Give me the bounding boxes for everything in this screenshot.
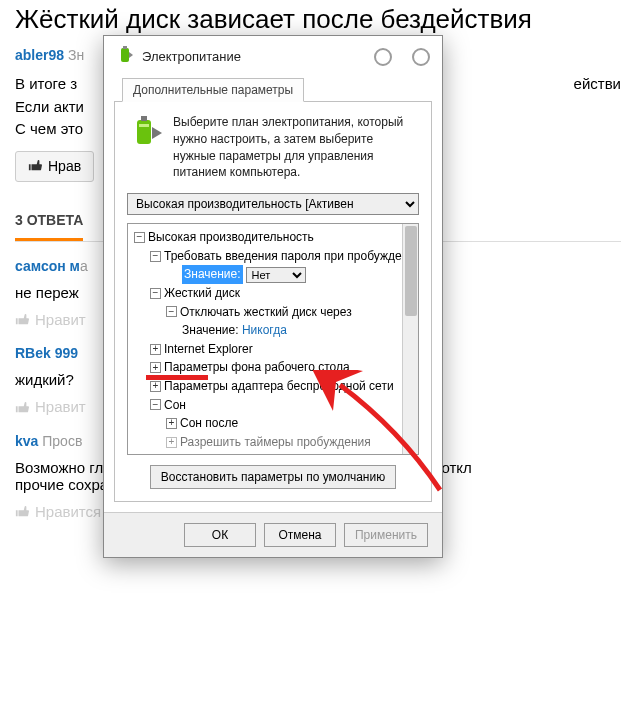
expander-icon[interactable]: −	[134, 232, 145, 243]
minimize-button[interactable]	[374, 48, 392, 66]
tree-node[interactable]: Отключать жесткий диск через	[180, 303, 352, 322]
power-options-dialog: Электропитание Дополнительные параметры …	[103, 35, 443, 558]
tree-node[interactable]: Разрешить таймеры пробуждения	[180, 433, 371, 452]
restore-defaults-button[interactable]: Восстановить параметры по умолчанию	[150, 465, 396, 489]
svg-rect-4	[139, 124, 149, 127]
dialog-title: Электропитание	[142, 49, 354, 64]
svg-rect-1	[123, 46, 127, 49]
expander-icon[interactable]: −	[150, 288, 161, 299]
scrollbar[interactable]	[402, 224, 418, 454]
answer-author-meta: Просв	[38, 433, 82, 449]
power-plan-select[interactable]: Высокая производительность [Активен	[127, 193, 419, 215]
expander-icon[interactable]: +	[166, 437, 177, 448]
battery-icon	[116, 46, 134, 67]
apply-button: Применить	[344, 523, 428, 547]
value-label: Значение:	[182, 265, 243, 284]
expander-icon[interactable]: +	[150, 381, 161, 392]
tree-node[interactable]: Жесткий диск	[164, 284, 240, 303]
question-author[interactable]: abler98	[15, 47, 64, 63]
thumb-up-icon	[28, 158, 42, 175]
svg-rect-2	[137, 120, 151, 144]
tree-node[interactable]: Высокая производительность	[148, 228, 314, 247]
tree-node[interactable]: Internet Explorer	[164, 340, 253, 359]
close-button[interactable]	[412, 48, 430, 66]
battery-large-icon	[127, 114, 163, 181]
expander-icon[interactable]: −	[150, 399, 161, 410]
settings-tree: −Высокая производительность −Требовать в…	[127, 223, 419, 455]
expander-icon[interactable]: −	[166, 306, 177, 317]
answer-author[interactable]: самсон м	[15, 258, 80, 274]
like-action[interactable]: Нравит	[15, 311, 86, 328]
value-label: Значение:	[182, 321, 239, 340]
annotation-underline	[146, 375, 208, 380]
dialog-intro: Выберите план электропитания, который ну…	[173, 114, 419, 181]
tree-node[interactable]: Сон после	[180, 414, 238, 433]
question-title: Жёсткий диск зависает после бездействия	[15, 4, 621, 35]
like-action[interactable]: Нравит	[15, 398, 86, 415]
cancel-button[interactable]: Отмена	[264, 523, 336, 547]
like-action[interactable]: Нравится	[15, 503, 101, 520]
like-button[interactable]: Нрав	[15, 151, 94, 182]
tree-node[interactable]: Сон	[164, 396, 186, 415]
question-author-meta: Зн	[68, 47, 84, 63]
answer-author[interactable]: kva	[15, 433, 38, 449]
answer-author[interactable]: RBek 999	[15, 345, 78, 361]
answer-author-meta: а	[80, 258, 88, 274]
tree-node[interactable]: Требовать введения пароля при пробуждени…	[164, 247, 419, 266]
expander-icon[interactable]: −	[150, 251, 161, 262]
value-select[interactable]: Нет	[246, 267, 306, 283]
expander-icon[interactable]: +	[150, 362, 161, 373]
svg-rect-3	[141, 116, 147, 121]
svg-rect-0	[121, 48, 129, 62]
value-link[interactable]: Никогда	[242, 321, 287, 340]
answers-count-tab[interactable]: 3 ОТВЕТА	[15, 202, 83, 241]
ok-button[interactable]: ОК	[184, 523, 256, 547]
expander-icon[interactable]: +	[166, 418, 177, 429]
tab-advanced[interactable]: Дополнительные параметры	[122, 78, 304, 102]
expander-icon[interactable]: +	[150, 344, 161, 355]
